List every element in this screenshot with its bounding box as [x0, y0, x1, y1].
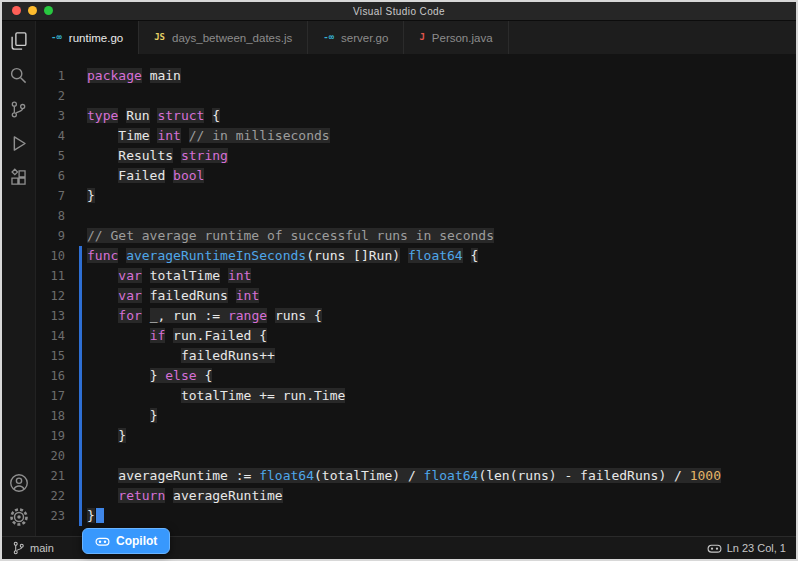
line-number[interactable]: 23 — [36, 506, 65, 526]
code-line-23[interactable]: } — [87, 506, 796, 526]
code-line-12[interactable]: var failedRuns int — [87, 286, 796, 306]
code-token: float64 — [424, 468, 479, 483]
editor[interactable]: 1234567891011121314151617181920212223 pa… — [36, 54, 796, 536]
line-number[interactable]: 7 — [36, 186, 65, 206]
tab-Person.java[interactable]: JPerson.java — [404, 21, 508, 54]
code-line-13[interactable]: for _, run := range runs { — [87, 306, 796, 326]
account-icon[interactable] — [8, 472, 30, 494]
code-line-10[interactable]: func averageRuntimeInSeconds(runs []Run)… — [87, 246, 796, 266]
tab-runtime.go[interactable]: -∞runtime.go — [36, 21, 139, 54]
code-token: _, run := — [150, 308, 228, 323]
source-control-icon[interactable] — [8, 98, 30, 120]
line-number[interactable]: 15 — [36, 346, 65, 366]
code-line-20[interactable] — [87, 446, 796, 466]
code-token — [220, 268, 228, 283]
code-token: (runs []Run) — [306, 248, 400, 263]
line-number[interactable]: 18 — [36, 406, 65, 426]
window-controls — [12, 6, 53, 15]
code-token — [142, 268, 150, 283]
code-token — [463, 248, 471, 263]
code-token: var — [118, 288, 141, 303]
line-number[interactable]: 12 — [36, 286, 65, 306]
code-line-8[interactable] — [87, 206, 796, 226]
line-number[interactable]: 8 — [36, 206, 65, 226]
line-number[interactable]: 9 — [36, 226, 65, 246]
line-number[interactable]: 14 — [36, 326, 65, 346]
line-number[interactable]: 4 — [36, 126, 65, 146]
line-number[interactable]: 5 — [36, 146, 65, 166]
code-line-14[interactable]: if run.Failed { — [87, 326, 796, 346]
line-number[interactable]: 21 — [36, 466, 65, 486]
code-token: Results — [118, 148, 173, 163]
cursor-position-indicator[interactable]: Ln 23 Col, 1 — [707, 537, 786, 559]
zoom-window-button[interactable] — [44, 6, 53, 15]
line-number[interactable]: 13 — [36, 306, 65, 326]
copilot-button[interactable]: Copilot — [82, 528, 170, 554]
code-line-18[interactable]: } — [87, 406, 796, 426]
line-number[interactable]: 2 — [36, 86, 65, 106]
search-icon[interactable] — [8, 64, 30, 86]
code-token — [87, 488, 118, 503]
code-token — [165, 168, 173, 183]
code-token: } — [150, 408, 158, 423]
code-token: string — [181, 148, 228, 163]
tab-bar: -∞runtime.goJSdays_between_dates.js-∞ser… — [36, 21, 796, 54]
line-number[interactable]: 20 — [36, 446, 65, 466]
line-number[interactable]: 10 — [36, 246, 65, 266]
copilot-status-icon — [707, 543, 722, 554]
branch-indicator[interactable]: main — [12, 537, 54, 559]
line-number[interactable]: 17 — [36, 386, 65, 406]
branch-name: main — [30, 542, 54, 554]
line-number[interactable]: 22 — [36, 486, 65, 506]
code-line-2[interactable] — [87, 86, 796, 106]
line-number[interactable]: 11 — [36, 266, 65, 286]
code-token: failedRuns++ — [181, 348, 275, 363]
code-line-16[interactable]: } else { — [87, 366, 796, 386]
code-token — [142, 288, 150, 303]
line-number[interactable]: 16 — [36, 366, 65, 386]
tab-server.go[interactable]: -∞server.go — [308, 21, 404, 54]
code-token — [228, 288, 236, 303]
code-line-9[interactable]: // Get average runtime of successful run… — [87, 226, 796, 246]
code-line-3[interactable]: type Run struct { — [87, 106, 796, 126]
tab-days_between_dates.js[interactable]: JSdays_between_dates.js — [139, 21, 308, 54]
run-debug-icon[interactable] — [8, 132, 30, 154]
code-token: else — [165, 368, 196, 383]
code-token: int — [157, 128, 180, 143]
minimize-window-button[interactable] — [28, 6, 37, 15]
tab-label: server.go — [341, 32, 388, 44]
code-token — [87, 408, 150, 423]
code-line-4[interactable]: Time int // in milliseconds — [87, 126, 796, 146]
code-area[interactable]: package maintype Run struct { Time int /… — [78, 66, 796, 536]
explorer-icon[interactable] — [8, 30, 30, 52]
code-token: } — [118, 428, 126, 443]
settings-gear-icon[interactable] — [8, 506, 30, 528]
code-token — [165, 328, 173, 343]
code-line-15[interactable]: failedRuns++ — [87, 346, 796, 366]
close-window-button[interactable] — [12, 6, 21, 15]
code-line-1[interactable]: package main — [87, 66, 796, 86]
code-token — [87, 128, 118, 143]
code-token: Failed — [118, 168, 165, 183]
code-line-11[interactable]: var totalTime int — [87, 266, 796, 286]
code-line-6[interactable]: Failed bool — [87, 166, 796, 186]
code-line-19[interactable]: } — [87, 426, 796, 446]
text-cursor — [96, 508, 104, 523]
code-line-21[interactable]: averageRuntime := float64(totalTime) / f… — [87, 466, 796, 486]
code-token — [87, 268, 118, 283]
code-line-5[interactable]: Results string — [87, 146, 796, 166]
code-token: // in milliseconds — [189, 128, 330, 143]
line-number[interactable]: 6 — [36, 166, 65, 186]
code-line-7[interactable]: } — [87, 186, 796, 206]
tab-label: days_between_dates.js — [172, 32, 292, 44]
line-number[interactable]: 1 — [36, 66, 65, 86]
code-line-22[interactable]: return averageRuntime — [87, 486, 796, 506]
line-number[interactable]: 3 — [36, 106, 65, 126]
extensions-icon[interactable] — [8, 166, 30, 188]
title-bar: Visual Studio Code — [2, 2, 796, 21]
code-token: var — [118, 268, 141, 283]
code-line-17[interactable]: totalTime += run.Time — [87, 386, 796, 406]
line-number[interactable]: 19 — [36, 426, 65, 446]
code-token: package — [87, 68, 142, 83]
code-token — [87, 168, 118, 183]
